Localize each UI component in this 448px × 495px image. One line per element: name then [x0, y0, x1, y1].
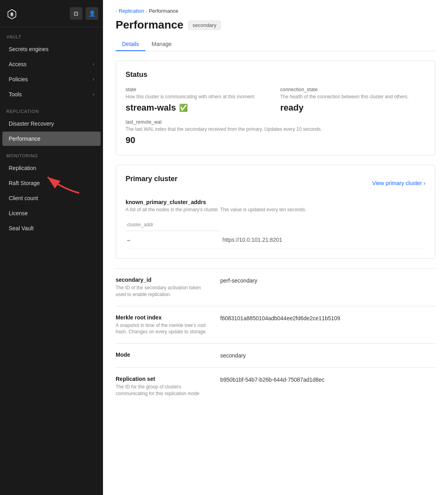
detail-row-mode: Mode secondary	[116, 352, 435, 359]
known-addrs-label: known_primary_cluster_addrs	[126, 199, 425, 205]
detail-row-secondary-id: secondary_id The ID of the secondary act…	[116, 277, 435, 298]
cluster-table: cluster_addr –https://10.0.101.21:8201	[126, 219, 425, 249]
policies-chevron: ›	[93, 76, 94, 82]
annotation-arrow	[40, 165, 87, 197]
connection-value: ready	[280, 103, 426, 113]
detail-merkle-root: Merkle root index A snapshot in time of …	[116, 306, 435, 344]
breadcrumb-replication[interactable]: Replication	[119, 8, 144, 14]
connection-label: connection_state	[280, 87, 426, 92]
detail-value-replication-set: b950b1bf-54b7-b26b-644d-75087ad1d8ec	[220, 376, 435, 383]
license-label: License	[9, 210, 28, 216]
detail-row-replication-set: Replication set The ID for the group of …	[116, 376, 435, 397]
wal-value: 90	[126, 135, 425, 145]
sidebar-item-license[interactable]: License	[2, 206, 101, 220]
status-card: Status state How this cluster is communi…	[116, 61, 435, 155]
vault-section-label: Vault	[0, 27, 103, 42]
detail-left-mode: Mode	[116, 352, 211, 359]
state-desc: How this cluster is communicating with o…	[126, 94, 271, 99]
known-addrs-desc: A list of all the nodes in the primary's…	[126, 207, 425, 212]
seal-vault-label: Seal Vault	[9, 225, 34, 231]
sidebar-item-disaster-recovery[interactable]: Disaster Recovery	[2, 117, 101, 131]
state-value: stream-wals ✅	[126, 103, 271, 113]
breadcrumb-chevron-2: ‹	[146, 9, 147, 13]
header-icons: ⊡ 👤	[70, 7, 98, 20]
access-label: Access	[9, 61, 27, 67]
state-label: state	[126, 87, 271, 92]
detail-secondary-id: secondary_id The ID of the secondary act…	[116, 268, 435, 306]
view-link-chevron-icon: ›	[423, 180, 425, 186]
primary-cluster-card: Primary cluster View primary cluster › k…	[116, 165, 435, 259]
detail-label-merkle-root: Merkle root index	[116, 314, 211, 321]
detail-replication-set: Replication set The ID for the group of …	[116, 367, 435, 405]
wal-desc: The last WAL index that the secondary re…	[126, 126, 425, 132]
detail-sections: secondary_id The ID of the secondary act…	[116, 268, 435, 405]
user-button[interactable]: 👤	[86, 7, 98, 20]
vault-logo: ▼	[5, 6, 19, 21]
primary-card-header: Primary cluster View primary cluster ›	[126, 175, 425, 191]
detail-desc-secondary-id: The ID of the secondary activation token…	[116, 285, 211, 298]
sidebar-item-seal-vault[interactable]: Seal Vault	[2, 221, 101, 235]
replication-section-label: Replication	[0, 102, 103, 116]
performance-label: Performance	[9, 136, 40, 142]
sidebar-item-tools[interactable]: Tools ›	[2, 87, 101, 101]
sidebar-item-secrets-engines[interactable]: Secrets engines	[2, 42, 101, 56]
detail-value-merkle-root: f6083101a8850104adb044ee2fd6de2ce11b5109	[220, 314, 435, 321]
breadcrumb-chevron-1: ‹	[116, 9, 117, 13]
detail-label-replication-set: Replication set	[116, 376, 211, 382]
detail-left-replication-set: Replication set The ID for the group of …	[116, 376, 211, 397]
monitoring-section-label: Monitoring	[0, 146, 103, 161]
replication-label: Replication	[9, 165, 36, 171]
detail-left-merkle-root: Merkle root index A snapshot in time of …	[116, 314, 211, 336]
tab-manage[interactable]: Manage	[145, 38, 178, 51]
wal-field: last_remote_wal The last WAL index that …	[126, 119, 425, 145]
page-title: Performance	[116, 19, 183, 31]
detail-label-mode: Mode	[116, 352, 211, 358]
cluster-dash: –	[126, 231, 221, 249]
connection-field: connection_state The health of the conne…	[280, 87, 426, 113]
sidebar-item-performance[interactable]: Performance	[2, 132, 101, 146]
table-row: –https://10.0.101.21:8201	[126, 231, 425, 249]
svg-text:▼: ▼	[10, 11, 14, 16]
detail-desc-replication-set: The ID for the group of clusters communi…	[116, 384, 211, 397]
detail-mode: Mode secondary	[116, 343, 435, 367]
disaster-recovery-label: Disaster Recovery	[9, 120, 54, 127]
access-chevron: ›	[93, 61, 94, 67]
page-tabs: Details Manage	[116, 38, 435, 51]
secondary-badge: secondary	[188, 21, 221, 30]
detail-row-merkle-root: Merkle root index A snapshot in time of …	[116, 314, 435, 336]
sidebar-header: ▼ ⊡ 👤	[0, 0, 103, 27]
sidebar-item-access[interactable]: Access ›	[2, 57, 101, 71]
raft-storage-label: Raft Storage	[9, 180, 40, 186]
detail-value-mode: secondary	[220, 352, 435, 359]
status-card-title: Status	[126, 71, 425, 79]
sidebar: ▼ ⊡ 👤 Vault Secrets engines Access › Pol…	[0, 0, 103, 495]
wal-label: last_remote_wal	[126, 119, 425, 125]
policies-label: Policies	[9, 76, 28, 82]
sidebar-item-policies[interactable]: Policies ›	[2, 72, 101, 86]
state-field: state How this cluster is communicating …	[126, 87, 271, 113]
detail-left-secondary-id: secondary_id The ID of the secondary act…	[116, 277, 211, 298]
detail-label-secondary-id: secondary_id	[116, 277, 211, 283]
tab-details[interactable]: Details	[116, 38, 145, 51]
breadcrumb: ‹ Replication ‹ Performance	[116, 8, 435, 14]
connection-desc: The health of the connection between thi…	[280, 94, 426, 99]
client-count-label: Client count	[9, 195, 38, 201]
page-title-row: Performance secondary	[116, 19, 435, 31]
primary-card-title: Primary cluster	[126, 175, 177, 183]
cluster-table-col-header: cluster_addr	[126, 219, 221, 231]
cluster-addr: https://10.0.101.21:8201	[221, 231, 426, 249]
state-check-icon: ✅	[179, 103, 188, 112]
detail-value-secondary-id: perf-secondary	[220, 277, 435, 284]
detail-desc-merkle-root: A snapshot in time of the merkle tree's …	[116, 322, 211, 336]
status-grid: state How this cluster is communicating …	[126, 87, 425, 113]
tools-chevron: ›	[93, 92, 94, 97]
view-primary-cluster-link[interactable]: View primary cluster ›	[372, 180, 425, 186]
secrets-engines-label: Secrets engines	[9, 46, 48, 52]
main-content: ‹ Replication ‹ Performance Performance …	[103, 0, 448, 495]
tools-label: Tools	[9, 91, 22, 97]
breadcrumb-current: Performance	[149, 8, 178, 14]
terminal-button[interactable]: ⊡	[70, 7, 82, 20]
